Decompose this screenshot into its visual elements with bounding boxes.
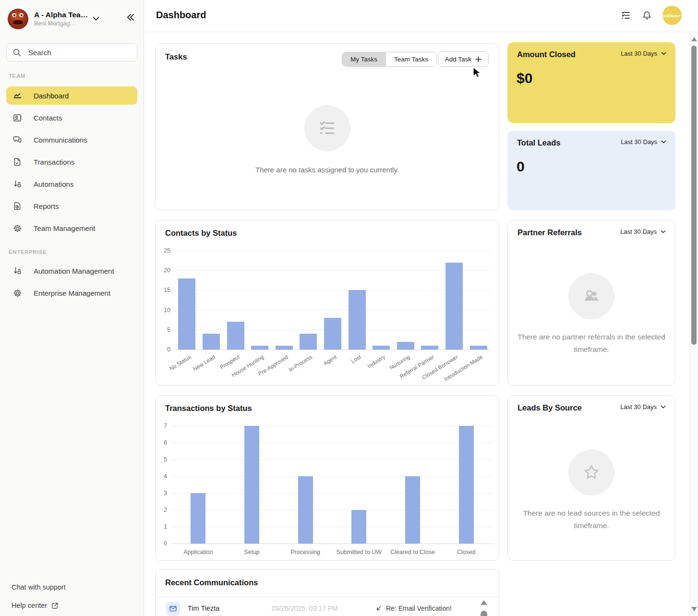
x-axis-label: Application [171,549,225,556]
help-center-label: Help center [12,602,47,609]
sidebar-item-automation-management[interactable]: Automation Management [6,262,137,280]
task-checklist-icon [621,10,631,21]
x-axis-label: New Lead [192,354,216,372]
bar-closed-borrower [445,263,463,350]
amount-closed-range-select[interactable]: Last 30 Days [621,50,667,57]
arrow-down-box-icon [12,266,22,276]
scrollbar-thumb[interactable] [691,46,697,345]
total-leads-range-select[interactable]: Last 30 Days [621,138,667,145]
list-scrollbar-thumb[interactable] [481,611,487,616]
team-switcher[interactable]: A - Alpha Tea… Best Mortgag… [8,7,139,30]
sidebar-item-enterprise-management[interactable]: Enterprise Management [6,284,137,302]
sidebar-item-communications[interactable]: Communications [6,131,137,149]
leads-by-source-range-select[interactable]: Last 30 Days [620,403,666,411]
communication-row[interactable]: Tim Tiezta 09/26/2025, 03:17 PM Re: Emai… [166,601,480,616]
paper-plane-icon [677,13,682,18]
scroll-up-arrow[interactable] [691,37,697,41]
arrow-down-left-icon [375,605,382,612]
topbar: Dashboard aidium [144,0,698,32]
chevron-down-icon [661,50,667,57]
transactions-by-status-chart: 01234567ApplicationSetupProcessingSubmit… [171,426,493,544]
sidebar-item-transactions[interactable]: Transactions [6,153,137,171]
list-scroll-up-button[interactable] [481,600,487,605]
bar-setup [244,426,259,544]
tasks-title: Tasks [165,52,187,61]
document-chart-icon [12,201,22,211]
bar-nurturing [397,342,414,350]
two-people-icon [568,273,614,319]
gear-icon [12,288,22,298]
total-leads-title: Total Leads [517,138,560,147]
notifications-button[interactable] [642,11,652,21]
sidebar-footer: Chat with support Help center [12,573,66,609]
bar-application [191,493,205,544]
x-axis-label: Cleared to Close [386,549,440,556]
vertical-scrollbar[interactable] [690,32,698,616]
leads-by-source-title: Leads By Source [517,403,582,412]
sidebar-item-label: Dashboard [34,92,69,100]
bar-lost [349,290,366,350]
bar-referral-partner [421,346,438,350]
range-label: Last 30 Days [621,138,657,145]
tasks-card: Tasks My Tasks Team Tasks Add Task There… [155,43,499,210]
account-logo-button[interactable]: aidium [662,6,682,25]
bar-industry [373,346,390,350]
avatar-eye [12,13,16,17]
chat-with-support-link[interactable]: Chat with support [12,583,66,591]
help-center-link[interactable]: Help center [12,602,66,609]
total-leads-value: 0 [517,158,525,175]
sidebar-item-contacts[interactable]: Contacts [6,109,137,127]
chevron-down-icon [91,13,101,24]
sidebar-nav-enterprise: Automation Management Enterprise Managem… [6,262,137,306]
app-window: A - Alpha Tea… Best Mortgag… TEAM [0,0,698,616]
scroll-down-arrow[interactable] [691,607,697,611]
sidebar-item-reports[interactable]: Reports [6,197,137,215]
sidebar-item-team-management[interactable]: Team Management [6,219,137,237]
avatar-eye [19,13,24,17]
sidebar-item-label: Automations [34,180,73,188]
tasks-list-button[interactable] [621,10,631,21]
sidebar-item-label: Team Management [34,224,95,232]
page-title: Dashboard [156,10,206,21]
search-box[interactable] [6,43,137,61]
partner-referrals-empty-text: There are no partner referrals in the se… [512,331,671,355]
bar-submitted-to-uw [351,510,366,544]
bar-new-lead [203,334,220,350]
aidium-logo: aidium [662,13,678,18]
plus-icon [475,56,481,62]
range-label: Last 30 Days [621,50,657,57]
bar-agent [324,318,341,350]
sidebar-item-dashboard[interactable]: Dashboard [6,86,137,105]
leads-by-source-card: Leads By Source Last 30 Days There are n… [507,395,675,561]
sidebar-collapse-button[interactable] [125,12,135,22]
communication-subject: Re: Email Verification! [375,604,452,612]
tab-my-tasks[interactable]: My Tasks [342,52,385,66]
team-avatar[interactable] [8,9,28,29]
sidebar: A - Alpha Tea… Best Mortgag… TEAM [0,0,144,616]
team-switcher-chevron[interactable] [91,13,101,24]
contacts-by-status-chart: 0510152025No StatusNew LeadProspectHouse… [175,251,491,350]
add-task-button[interactable]: Add Task [438,51,489,67]
search-icon [12,48,22,57]
partner-referrals-range-select[interactable]: Last 30 Days [620,228,666,235]
recent-communications-title: Recent Communications [165,578,258,587]
sidebar-section-enterprise: ENTERPRISE [9,249,47,255]
x-axis-label: Nurturing [388,354,410,371]
recent-communications-card: Recent Communications Tim Tiezta 09/26/2… [155,569,499,616]
tab-team-tasks[interactable]: Team Tasks [385,52,436,66]
bar-prospect [227,322,244,350]
chat-support-label: Chat with support [12,583,66,591]
sidebar-item-automations[interactable]: Automations [6,175,137,193]
team-name: A - Alpha Tea… [34,11,88,19]
star-outline-icon [568,449,614,495]
divider [156,597,499,597]
tasks-empty-text: There are no tasks assigned to you curre… [255,166,399,174]
sidebar-item-label: Communications [34,136,87,144]
sidebar-nav-team: Dashboard Contacts Communications Transa… [6,86,137,241]
add-task-label: Add Task [445,56,471,63]
chevron-down-icon [660,229,666,235]
search-input[interactable] [27,48,131,57]
sidebar-section-team: TEAM [9,73,25,79]
x-axis-label: Processing [278,549,332,556]
amount-closed-value: $0 [517,70,532,86]
